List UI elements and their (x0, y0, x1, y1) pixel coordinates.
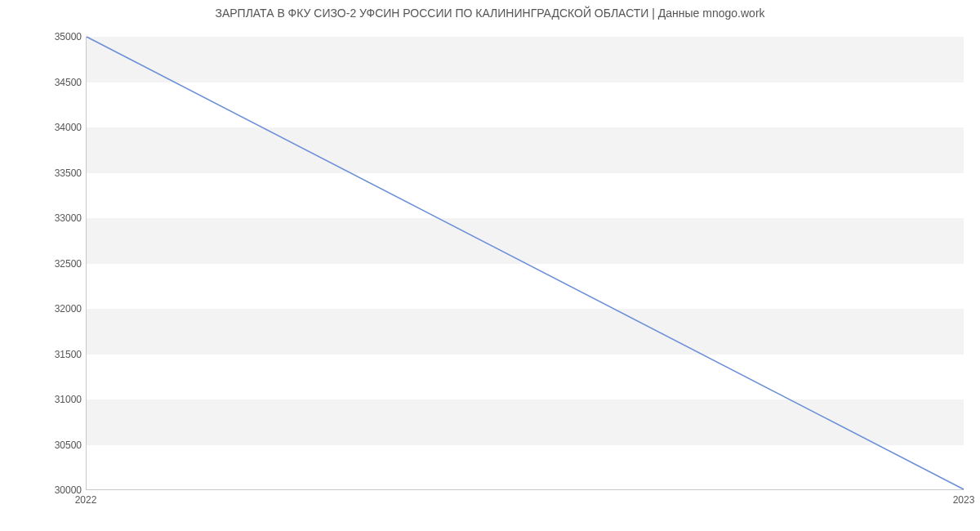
y-tick-label: 30000 (8, 484, 82, 496)
x-tick-label: 2022 (75, 494, 97, 506)
y-tick-label: 35000 (8, 31, 82, 42)
chart-title: ЗАРПЛАТА В ФКУ СИЗО-2 УФСИН РОССИИ ПО КА… (0, 7, 980, 20)
y-tick-label: 34500 (8, 77, 82, 88)
series-line (87, 37, 964, 489)
y-tick-label: 31500 (8, 349, 82, 360)
y-tick-label: 30500 (8, 440, 82, 451)
y-tick-label: 33500 (8, 167, 82, 179)
chart-container: ЗАРПЛАТА В ФКУ СИЗО-2 УФСИН РОССИИ ПО КА… (0, 0, 980, 531)
y-tick-label: 32000 (8, 303, 82, 315)
line-layer (87, 37, 964, 489)
plot-area (86, 37, 964, 490)
y-tick-label: 32500 (8, 258, 82, 270)
x-tick-label: 2023 (953, 494, 975, 506)
y-tick-label: 31000 (8, 394, 82, 405)
y-tick-label: 33000 (8, 212, 82, 224)
y-tick-label: 34000 (8, 122, 82, 133)
